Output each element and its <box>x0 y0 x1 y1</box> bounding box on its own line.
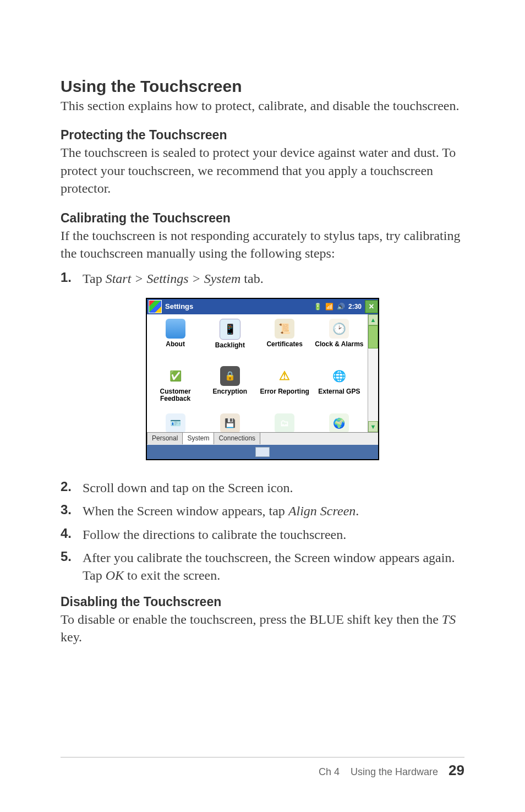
step-4: 4. Follow the directions to calibrate th… <box>61 526 464 543</box>
item-certificates[interactable]: Certificates <box>258 318 312 365</box>
system-tray: 🔋 📶 🔊 2:30 <box>314 303 363 310</box>
heading-protecting: Protecting the Touchscreen <box>61 128 464 143</box>
encryption-icon <box>220 366 240 386</box>
intro-paragraph: This section explains how to protect, ca… <box>61 97 464 115</box>
scroll-track[interactable] <box>368 348 378 421</box>
item-backlight[interactable]: Backlight <box>203 318 257 365</box>
page: Using the Touchscreen This section expla… <box>0 0 525 812</box>
footer-chapter: Ch 4 <box>319 766 340 777</box>
step-text: Scroll down and tap on the Screen icon. <box>83 479 464 497</box>
tab-system[interactable]: System <box>182 432 214 444</box>
clock-text[interactable]: 2:30 <box>348 303 362 310</box>
step-number: 1. <box>61 270 83 285</box>
feedback-icon <box>166 366 185 386</box>
step-text: When the Screen window appears, tap Alig… <box>83 502 464 520</box>
item-error-reporting[interactable]: Error Reporting <box>258 365 312 412</box>
item-customer-feedback[interactable]: Customer Feedback <box>148 365 203 412</box>
heading-calibrating: Calibrating the Touchscreen <box>61 211 464 226</box>
step-list-cont: 2. Scroll down and tap on the Screen ico… <box>61 479 464 585</box>
step-text: Follow the directions to calibrate the t… <box>83 526 464 543</box>
partial-icon-2 <box>220 413 240 432</box>
step-1: 1. Tap Start > Settings > System tab. <box>61 270 464 287</box>
settings-body: About Backlight Certificates Clock & Ala… <box>147 314 378 432</box>
item-partial-3[interactable] <box>258 412 312 432</box>
step-number: 3. <box>61 502 83 517</box>
battery-icon[interactable]: 🔋 <box>314 303 322 310</box>
tab-connections[interactable]: Connections <box>214 432 260 444</box>
paragraph-calibrating: If the touchscreen is not responding acc… <box>61 227 464 263</box>
scrollbar[interactable]: ▲ ▼ <box>368 314 378 432</box>
titlebar: Settings 🔋 📶 🔊 2:30 × <box>147 299 378 314</box>
paragraph-disabling: To disable or enable the touchscreen, pr… <box>61 611 464 646</box>
scroll-up-icon[interactable]: ▲ <box>368 314 378 325</box>
step-2: 2. Scroll down and tap on the Screen ico… <box>61 479 464 497</box>
paragraph-protecting: The touchscreen is sealed to protect you… <box>61 144 464 197</box>
scroll-down-icon[interactable]: ▼ <box>368 421 378 432</box>
item-clock-alarms[interactable]: Clock & Alarms <box>312 318 367 365</box>
certificates-icon <box>275 319 294 339</box>
close-button[interactable]: × <box>365 300 378 313</box>
step-number: 4. <box>61 526 83 541</box>
item-about[interactable]: About <box>148 318 203 365</box>
soft-key-bar <box>147 445 378 459</box>
step-number: 2. <box>61 479 83 494</box>
item-partial-2[interactable] <box>203 412 257 432</box>
step-list: 1. Tap Start > Settings > System tab. <box>61 270 464 287</box>
error-icon <box>275 366 294 386</box>
page-footer: Ch 4 Using the Hardware 29 <box>61 757 464 779</box>
heading-disabling: Disabling the Touchscreen <box>61 595 464 609</box>
start-flag-icon[interactable] <box>149 300 162 313</box>
step-text: After you calibrate the touchscreen, the… <box>83 549 464 585</box>
partial-icon-4 <box>329 413 349 432</box>
keyboard-icon[interactable] <box>255 447 270 457</box>
backlight-icon <box>220 319 240 340</box>
partial-icon-1 <box>166 413 185 432</box>
step-5: 5. After you calibrate the touchscreen, … <box>61 549 464 585</box>
item-encryption[interactable]: Encryption <box>203 365 257 412</box>
window-title: Settings <box>164 302 193 310</box>
footer-page-number: 29 <box>449 762 464 778</box>
item-partial-1[interactable] <box>148 412 203 432</box>
settings-grid: About Backlight Certificates Clock & Ala… <box>147 314 368 432</box>
step-number: 5. <box>61 549 83 564</box>
tab-bar: Personal System Connections <box>147 432 378 445</box>
partial-icon-3 <box>275 413 294 432</box>
device-screenshot: Settings 🔋 📶 🔊 2:30 × About Backlight Ce… <box>146 298 379 460</box>
volume-icon[interactable]: 🔊 <box>337 303 345 310</box>
clock-icon <box>329 319 349 339</box>
page-title: Using the Touchscreen <box>61 77 464 96</box>
tab-personal[interactable]: Personal <box>147 432 183 444</box>
step-3: 3. When the Screen window appears, tap A… <box>61 502 464 520</box>
item-partial-4[interactable] <box>312 412 367 432</box>
about-icon <box>166 319 185 339</box>
step-text: Tap Start > Settings > System tab. <box>83 270 464 287</box>
scroll-thumb[interactable] <box>368 325 378 348</box>
item-external-gps[interactable]: External GPS <box>312 365 367 412</box>
signal-icon[interactable]: 📶 <box>325 303 333 310</box>
gps-icon <box>329 366 349 386</box>
footer-name: Using the Hardware <box>351 766 438 777</box>
